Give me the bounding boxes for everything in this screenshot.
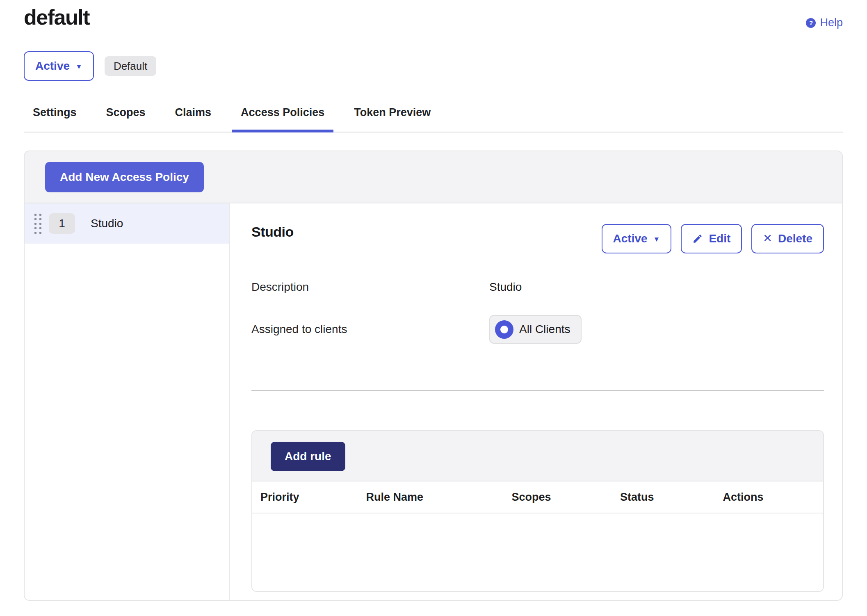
all-clients-chip[interactable]: All Clients <box>489 315 582 344</box>
panel-header: Add New Access Policy <box>25 151 842 203</box>
tab-settings[interactable]: Settings <box>24 106 86 132</box>
chevron-down-icon: ▼ <box>75 63 82 70</box>
policy-status-label: Active <box>613 232 648 245</box>
tab-claims[interactable]: Claims <box>166 106 221 132</box>
tab-access-policies[interactable]: Access Policies <box>232 106 333 132</box>
policy-status-dropdown[interactable]: Active ▼ <box>602 224 672 253</box>
status-dropdown[interactable]: Active ▼ <box>24 51 94 81</box>
column-header-actions: Actions <box>714 481 823 513</box>
column-header-status: Status <box>612 481 715 513</box>
edit-policy-button[interactable]: Edit <box>681 224 742 253</box>
column-header-scopes: Scopes <box>503 481 611 513</box>
status-dropdown-label: Active <box>35 59 70 73</box>
default-badge: Default <box>105 56 156 76</box>
rules-table-header-row: Priority Rule Name Scopes Status Actions <box>252 481 823 513</box>
column-header-rule-name: Rule Name <box>358 481 504 513</box>
tab-token-preview[interactable]: Token Preview <box>345 106 440 132</box>
topbar: default ? Help <box>24 6 843 29</box>
delete-button-label: Delete <box>778 232 812 245</box>
policy-list-item-studio[interactable]: 1 Studio <box>25 203 229 244</box>
help-icon: ? <box>806 18 816 28</box>
assigned-clients-label: Assigned to clients <box>251 323 489 336</box>
policy-list: 1 Studio <box>25 203 230 600</box>
pencil-icon <box>692 233 703 244</box>
access-policies-panel: Add New Access Policy 1 Studio <box>24 151 843 601</box>
detail-actions: Active ▼ Edit ✕ Delete <box>602 224 824 253</box>
add-access-policy-button[interactable]: Add New Access Policy <box>45 162 204 192</box>
detail-header: Studio Active ▼ Edit <box>251 224 824 253</box>
rules-table: Priority Rule Name Scopes Status Actions <box>252 481 823 591</box>
policy-detail-title: Studio <box>251 224 294 240</box>
policy-detail: Studio Active ▼ Edit <box>230 203 842 600</box>
radio-selected-icon <box>495 320 513 339</box>
description-row: Description Studio <box>251 281 824 294</box>
edit-button-label: Edit <box>709 232 730 245</box>
assigned-clients-row: Assigned to clients All Clients <box>251 315 824 344</box>
section-divider <box>251 390 824 391</box>
description-value: Studio <box>489 281 824 294</box>
x-icon: ✕ <box>763 233 772 244</box>
page-title: default <box>24 6 89 29</box>
description-label: Description <box>251 281 489 294</box>
help-label: Help <box>820 16 843 29</box>
tab-scopes[interactable]: Scopes <box>97 106 155 132</box>
policy-order-badge: 1 <box>49 213 75 234</box>
add-rule-button[interactable]: Add rule <box>271 442 345 471</box>
tab-bar: Settings Scopes Claims Access Policies T… <box>24 106 843 132</box>
chevron-down-icon: ▼ <box>653 236 660 243</box>
access-policies-page: default ? Help Active ▼ Default Settings… <box>0 0 867 616</box>
column-header-priority: Priority <box>252 481 358 513</box>
detail-fields: Description Studio Assigned to clients A… <box>251 281 824 344</box>
delete-policy-button[interactable]: ✕ Delete <box>751 224 824 253</box>
rules-panel: Add rule Priority Rule Name Scopes Statu… <box>251 430 824 592</box>
drag-handle-icon[interactable] <box>33 212 43 235</box>
rules-panel-header: Add rule <box>252 431 823 481</box>
status-row: Active ▼ Default <box>24 51 843 81</box>
panel-body: 1 Studio Studio Active ▼ <box>25 203 842 600</box>
rules-table-empty-body <box>252 513 823 591</box>
all-clients-label: All Clients <box>519 323 570 336</box>
help-link[interactable]: ? Help <box>806 16 843 29</box>
policy-name: Studio <box>91 217 123 230</box>
